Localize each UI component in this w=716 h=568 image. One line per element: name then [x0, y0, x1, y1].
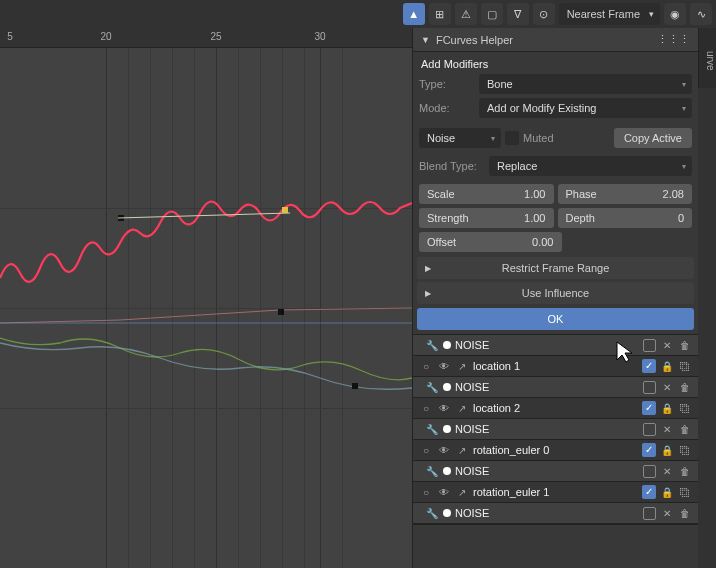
radio-icon[interactable]: ○	[419, 443, 433, 457]
use-influence-toggle[interactable]: ▶Use Influence	[417, 282, 694, 304]
channel-row[interactable]: ○👁↗location 2🔒⿻	[413, 398, 698, 419]
copy-icon[interactable]: ⿻	[678, 401, 692, 415]
mode-select[interactable]: Add or Modify Existing	[479, 98, 692, 118]
trash-icon[interactable]: 🗑	[678, 464, 692, 478]
offset-field[interactable]: Offset0.00	[419, 232, 562, 252]
channel-name: rotation_euler 0	[473, 444, 638, 456]
wrench-icon: 🔧	[425, 380, 439, 394]
trash-icon[interactable]: 🗑	[678, 506, 692, 520]
close-icon[interactable]: ✕	[660, 338, 674, 352]
filter-icon[interactable]: ∇	[507, 3, 529, 25]
keyframe-handle	[352, 383, 358, 389]
modifier-row[interactable]: 🔧NOISE✕🗑	[413, 419, 698, 440]
checkbox[interactable]	[643, 465, 656, 478]
curve-icon: ↗	[455, 401, 469, 415]
channel-name: location 2	[473, 402, 638, 414]
scale-field[interactable]: Scale1.00	[419, 184, 554, 204]
graph-editor[interactable]: 5 20 25 30	[0, 28, 412, 568]
channel-row[interactable]: ○👁↗location 1🔒⿻	[413, 356, 698, 377]
fcurve-canvas	[0, 48, 412, 568]
channel-name: rotation_euler 1	[473, 486, 638, 498]
trash-icon[interactable]: 🗑	[678, 338, 692, 352]
dot-icon	[443, 383, 451, 391]
pivot-icon[interactable]: ⊙	[533, 3, 555, 25]
copy-icon[interactable]: ⿻	[678, 485, 692, 499]
type-select[interactable]: Bone	[479, 74, 692, 94]
radio-icon[interactable]: ○	[419, 401, 433, 415]
copy-icon[interactable]: ⿻	[678, 359, 692, 373]
lock-icon[interactable]: 🔒	[660, 443, 674, 457]
wrench-icon: 🔧	[425, 422, 439, 436]
strength-field[interactable]: Strength1.00	[419, 208, 554, 228]
type-label: Type:	[419, 78, 475, 90]
copy-icon[interactable]: ⿻	[678, 443, 692, 457]
curve-icon: ↗	[455, 359, 469, 373]
checkbox[interactable]	[643, 381, 656, 394]
eye-icon[interactable]: 👁	[437, 443, 451, 457]
falloff-icon[interactable]: ∿	[690, 3, 712, 25]
checkbox[interactable]	[643, 423, 656, 436]
modifier-row[interactable]: 🔧NOISE✕🗑	[413, 461, 698, 482]
proportional-icon[interactable]: ◉	[664, 3, 686, 25]
phase-field[interactable]: Phase2.08	[558, 184, 693, 204]
keyframe-handle	[278, 309, 284, 315]
ok-button[interactable]: OK	[417, 308, 694, 330]
trash-icon[interactable]: 🗑	[678, 380, 692, 394]
muted-label: Muted	[523, 132, 554, 144]
n-panel: ▼ FCurves Helper ⋮⋮⋮ Add Modifiers Type:…	[412, 28, 698, 568]
modifier-type-select[interactable]: Noise	[419, 128, 501, 148]
eye-icon[interactable]: 👁	[437, 485, 451, 499]
channel-checkbox[interactable]	[642, 443, 656, 457]
copy-active-button[interactable]: Copy Active	[614, 128, 692, 148]
section-add-modifiers: Add Modifiers	[413, 52, 698, 72]
eye-icon[interactable]: 👁	[437, 401, 451, 415]
close-icon[interactable]: ✕	[660, 506, 674, 520]
restrict-frame-range-toggle[interactable]: ▶Restrict Frame Range	[417, 257, 694, 279]
lock-icon[interactable]: 🔒	[660, 485, 674, 499]
panel-title: FCurves Helper	[436, 34, 513, 46]
side-tab[interactable]: urve	[698, 28, 716, 88]
warning-icon[interactable]: ⚠	[455, 3, 477, 25]
snap-mode-select[interactable]: Nearest Frame	[559, 3, 660, 25]
modifier-row[interactable]: 🔧NOISE✕🗑	[413, 335, 698, 356]
modifier-name: NOISE	[455, 507, 639, 519]
triangle-down-icon: ▼	[421, 35, 430, 45]
checkbox[interactable]	[643, 339, 656, 352]
dot-icon	[443, 425, 451, 433]
lock-icon[interactable]: 🔒	[660, 359, 674, 373]
grip-icon[interactable]: ⋮⋮⋮	[657, 33, 690, 46]
channel-checkbox[interactable]	[642, 359, 656, 373]
close-icon[interactable]: ✕	[660, 422, 674, 436]
modifier-row[interactable]: 🔧NOISE✕🗑	[413, 503, 698, 524]
mode-label: Mode:	[419, 102, 475, 114]
modifier-row[interactable]: 🔧NOISE✕🗑	[413, 377, 698, 398]
radio-icon[interactable]: ○	[419, 485, 433, 499]
checkbox[interactable]	[643, 507, 656, 520]
snap-icon[interactable]: ⊞	[429, 3, 451, 25]
dot-icon	[443, 341, 451, 349]
trash-icon[interactable]: 🗑	[678, 422, 692, 436]
radio-icon[interactable]: ○	[419, 359, 433, 373]
blend-type-label: Blend Type:	[419, 160, 485, 172]
keyframe-handle	[282, 207, 288, 213]
eye-icon[interactable]: 👁	[437, 359, 451, 373]
dot-icon	[443, 467, 451, 475]
channel-checkbox[interactable]	[642, 401, 656, 415]
muted-checkbox[interactable]	[505, 131, 519, 145]
channel-row[interactable]: ○👁↗rotation_euler 0🔒⿻	[413, 440, 698, 461]
timeline-ruler[interactable]: 5 20 25 30	[0, 28, 412, 48]
dot-icon	[443, 509, 451, 517]
panel-header[interactable]: ▼ FCurves Helper ⋮⋮⋮	[413, 28, 698, 52]
depth-field[interactable]: Depth0	[558, 208, 693, 228]
close-icon[interactable]: ✕	[660, 464, 674, 478]
channel-row[interactable]: ○👁↗rotation_euler 1🔒⿻	[413, 482, 698, 503]
cursor-tool-icon[interactable]: ▲	[403, 3, 425, 25]
channel-list: 🔧NOISE✕🗑○👁↗location 1🔒⿻🔧NOISE✕🗑○👁↗locati…	[413, 334, 698, 525]
lock-icon[interactable]: 🔒	[660, 401, 674, 415]
wrench-icon: 🔧	[425, 506, 439, 520]
close-icon[interactable]: ✕	[660, 380, 674, 394]
channel-checkbox[interactable]	[642, 485, 656, 499]
normalize-icon[interactable]: ▢	[481, 3, 503, 25]
blend-type-select[interactable]: Replace	[489, 156, 692, 176]
channel-name: location 1	[473, 360, 638, 372]
